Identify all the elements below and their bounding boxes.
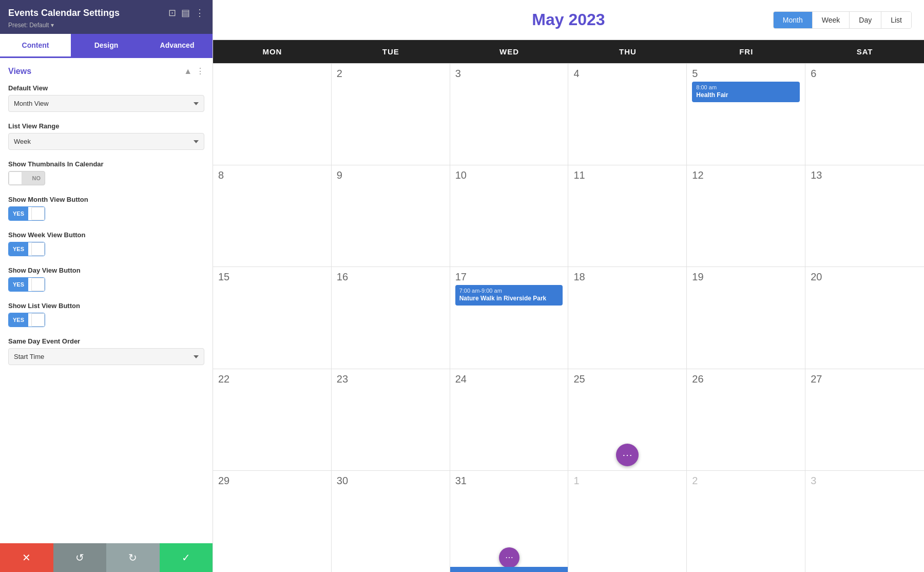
right-panel: May 2023 Month Week Day List MON TUE WED… bbox=[213, 0, 924, 572]
event-name: Health Fair bbox=[696, 91, 796, 100]
calendar-cell[interactable]: 3 bbox=[805, 471, 924, 572]
calendar-cell-may17[interactable]: 17 7:00 am-9:00 am Nature Walk in Rivers… bbox=[450, 267, 569, 368]
panel-header: Events Calendar Settings ⊡ ▤ ⋮ Preset: D… bbox=[0, 0, 213, 34]
panel-tabs: Content Design Advanced bbox=[0, 34, 213, 58]
default-view-field: Default View Month View Week View Day Vi… bbox=[8, 84, 204, 112]
view-btn-week[interactable]: Week bbox=[813, 12, 850, 28]
day-headers: MON TUE WED THU FRI SAT bbox=[213, 40, 924, 63]
event-time: 7:00 am-9:00 am bbox=[459, 288, 559, 294]
event-health-fair[interactable]: 8:00 am Health Fair bbox=[692, 82, 800, 102]
calendar-cell-may25[interactable]: 25 ⋯ bbox=[568, 369, 687, 470]
day-header-thu: THU bbox=[568, 40, 687, 63]
calendar-cell[interactable]: 9 bbox=[332, 165, 450, 266]
tab-advanced[interactable]: Advanced bbox=[142, 34, 213, 58]
calendar-cell[interactable]: 24 bbox=[450, 369, 569, 470]
panel-preset[interactable]: Preset: Default ▾ bbox=[8, 22, 204, 29]
calendar-row-2: 8 9 10 11 12 13 bbox=[213, 165, 924, 266]
same-day-order-label: Same Day Event Order bbox=[8, 337, 204, 345]
calendar-cell[interactable]: 23 bbox=[332, 369, 450, 470]
calendar-cell[interactable]: 30 bbox=[332, 471, 450, 572]
left-panel: Events Calendar Settings ⊡ ▤ ⋮ Preset: D… bbox=[0, 0, 213, 572]
toggle-thumb bbox=[9, 171, 22, 185]
day-header-mon: MON bbox=[213, 40, 332, 63]
section-more-icon[interactable]: ⋮ bbox=[196, 66, 204, 76]
calendar-cell[interactable]: 18 bbox=[568, 267, 687, 368]
day-header-sat: SAT bbox=[805, 40, 924, 63]
section-icons: ▲ ⋮ bbox=[184, 66, 204, 76]
show-thumbnails-toggle[interactable]: NO bbox=[8, 171, 45, 185]
calendar-cell[interactable]: 19 bbox=[687, 267, 805, 368]
more-icon[interactable]: ⋮ bbox=[195, 7, 204, 18]
event-time: 8:00 am bbox=[696, 84, 796, 90]
event-nature-walk[interactable]: 7:00 am-9:00 am Nature Walk in Riverside… bbox=[455, 285, 563, 306]
toggle-thumb bbox=[31, 242, 45, 256]
calendar-cell[interactable]: 15 bbox=[213, 267, 332, 368]
calendar-cell[interactable]: 10 bbox=[450, 165, 569, 266]
views-section-header: Views ▲ ⋮ bbox=[8, 66, 204, 76]
save-button[interactable]: ✓ bbox=[160, 543, 213, 572]
default-view-select[interactable]: Month View Week View Day View List View bbox=[8, 95, 204, 112]
same-day-order-field: Same Day Event Order Start Time End Time… bbox=[8, 337, 204, 365]
view-btn-day[interactable]: Day bbox=[850, 12, 881, 28]
calendar-cell[interactable]: 13 bbox=[805, 165, 924, 266]
fab-add-button[interactable]: ⋯ bbox=[616, 444, 639, 466]
undo-button[interactable]: ↺ bbox=[53, 543, 107, 572]
calendar-cell[interactable]: 26 bbox=[687, 369, 805, 470]
calendar-cell[interactable]: 4 bbox=[568, 64, 687, 165]
view-btn-month[interactable]: Month bbox=[774, 12, 813, 28]
view-buttons: Month Week Day List bbox=[773, 11, 912, 29]
show-list-btn-toggle[interactable]: YES bbox=[8, 313, 45, 327]
cancel-button[interactable]: ✕ bbox=[0, 543, 53, 572]
same-day-order-select[interactable]: Start Time End Time Title bbox=[8, 348, 204, 365]
calendar-header: May 2023 Month Week Day List bbox=[213, 0, 924, 40]
list-view-range-select[interactable]: Week Month Year bbox=[8, 133, 204, 150]
calendar-cell[interactable]: 8 bbox=[213, 165, 332, 266]
show-list-btn-field: Show List View Button YES bbox=[8, 302, 204, 327]
calendar-cell[interactable] bbox=[213, 64, 332, 165]
views-title: Views bbox=[8, 67, 31, 76]
calendar-row-1: 2 3 4 5 8:00 am Health Fair 6 bbox=[213, 63, 924, 165]
calendar-cell[interactable]: 16 bbox=[332, 267, 450, 368]
toggle-yes-label: YES bbox=[9, 207, 28, 220]
maximize-icon[interactable]: ⊡ bbox=[168, 7, 176, 18]
collapse-icon[interactable]: ▲ bbox=[184, 67, 192, 76]
toggle-yes-label: YES bbox=[9, 242, 28, 256]
show-month-btn-toggle[interactable]: YES bbox=[8, 206, 45, 221]
tab-content[interactable]: Content bbox=[0, 34, 71, 58]
calendar-cell[interactable]: 2 bbox=[687, 471, 805, 572]
show-week-btn-toggle[interactable]: YES bbox=[8, 242, 45, 256]
calendar-row-5: 29 30 31 ⋯ 1 2 3 bbox=[213, 470, 924, 572]
show-day-btn-field: Show Day View Button YES bbox=[8, 266, 204, 292]
calendar-cell[interactable]: 29 bbox=[213, 471, 332, 572]
calendar-cell[interactable]: 27 bbox=[805, 369, 924, 470]
list-view-range-label: List View Range bbox=[8, 122, 204, 130]
calendar-cell[interactable]: 20 bbox=[805, 267, 924, 368]
toggle-thumb bbox=[31, 313, 45, 327]
view-btn-list[interactable]: List bbox=[881, 12, 911, 28]
tab-design[interactable]: Design bbox=[71, 34, 142, 58]
toggle-yes-label: YES bbox=[9, 278, 28, 291]
show-day-btn-toggle[interactable]: YES bbox=[8, 277, 45, 292]
sidebar-icon[interactable]: ▤ bbox=[181, 7, 190, 18]
calendar-cell-may5[interactable]: 5 8:00 am Health Fair bbox=[687, 64, 805, 165]
fab-add-button-31[interactable]: ⋯ bbox=[499, 547, 519, 568]
day-header-fri: FRI bbox=[687, 40, 805, 63]
toggle-yes-label: YES bbox=[9, 313, 28, 327]
calendar-cell[interactable]: 12 bbox=[687, 165, 805, 266]
panel-header-icons: ⊡ ▤ ⋮ bbox=[168, 7, 204, 18]
calendar-cell[interactable]: 3 bbox=[450, 64, 569, 165]
calendar-cell[interactable]: 1 bbox=[568, 471, 687, 572]
calendar-cell[interactable]: 2 bbox=[332, 64, 450, 165]
calendar-cell[interactable]: 6 bbox=[805, 64, 924, 165]
show-thumbnails-label: Show Thumbnails In Calendar bbox=[8, 160, 204, 168]
calendar-cell-may31[interactable]: 31 ⋯ bbox=[450, 471, 569, 572]
calendar-cell[interactable]: 11 bbox=[568, 165, 687, 266]
show-list-btn-label: Show List View Button bbox=[8, 302, 204, 310]
redo-button[interactable]: ↻ bbox=[106, 543, 160, 572]
toggle-no-label: NO bbox=[28, 175, 45, 181]
event-name: Nature Walk in Riverside Park bbox=[459, 295, 559, 303]
show-week-btn-label: Show Week View Button bbox=[8, 231, 204, 239]
toggle-thumb bbox=[31, 207, 45, 220]
toggle-thumb bbox=[31, 278, 45, 291]
calendar-cell[interactable]: 22 bbox=[213, 369, 332, 470]
